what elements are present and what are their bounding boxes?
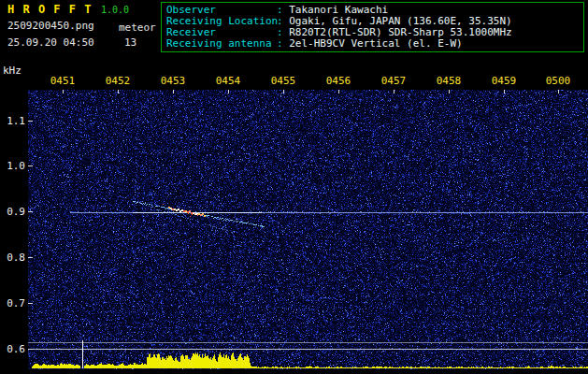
time-label-0452: 0452 [106,75,131,87]
app-title: H R O F F T [7,3,92,16]
info-colon: : [277,38,289,50]
spectrogram-canvas [28,90,588,369]
time-label-0500: 0500 [546,75,571,87]
freq-label-1-1: 1.1 [2,115,25,127]
output-filename: 2509200450.png [7,20,94,32]
mode-label: meteor [119,22,156,34]
freq-label-0-6: 0.6 [2,343,25,355]
hrofft-screen: H R O F F T 1.0.0 2509200450.png meteor … [0,0,588,374]
freq-label-0-7: 0.7 [2,297,25,309]
info-label: Receiving antenna [166,38,277,50]
freq-label-1-0: 1.0 [2,160,25,172]
echo-count: 13 [124,36,136,49]
time-label-0456: 0456 [326,75,351,87]
time-label-0454: 0454 [216,75,241,87]
info-row-antenna: Receiving antenna: 2el-HB9CV Vertical (e… [166,38,579,50]
time-label-0455: 0455 [271,75,296,87]
timestamp: 25.09.20 04:50 [7,36,94,49]
info-value: 2el-HB9CV Vertical (el. E-W) [289,38,462,50]
freq-unit-label: kHz [3,65,22,77]
app-version: 1.0.0 [101,5,129,15]
time-label-0459: 0459 [492,75,517,87]
observer-info-box: Observer: Takanori Kawachi Receiving Loc… [161,2,584,52]
time-label-0453: 0453 [161,75,186,87]
time-label-0451: 0451 [50,75,76,87]
time-label-0458: 0458 [437,75,462,87]
freq-label-0-8: 0.8 [2,252,25,264]
time-label-0457: 0457 [381,75,407,87]
freq-label-0-9: 0.9 [2,206,25,218]
